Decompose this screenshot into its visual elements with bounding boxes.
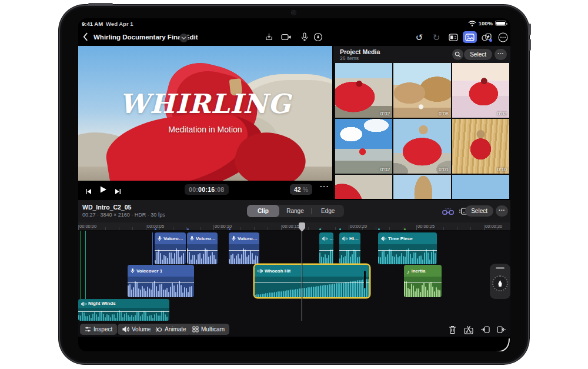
effects-button[interactable] xyxy=(479,31,493,43)
timeline-clip[interactable]: Voiceover 3 xyxy=(229,232,259,264)
edit-mode-edge[interactable]: Edge xyxy=(312,205,344,217)
inspector-panel-button[interactable] xyxy=(446,31,460,43)
timeline-clip[interactable]: Voiceover 1 xyxy=(128,265,194,297)
zoom-unit: % xyxy=(303,186,308,193)
multicam-label: Multicam xyxy=(201,326,225,333)
project-title-menu-button[interactable] xyxy=(179,34,188,42)
volume-line[interactable] xyxy=(128,282,194,283)
media-select-button[interactable]: Select xyxy=(464,49,492,60)
media-more-button[interactable]: ··· xyxy=(495,49,507,60)
clip-label: Night Winds xyxy=(88,301,116,306)
media-thumbnail[interactable]: 0:10 xyxy=(452,119,509,174)
clip-waveform-area xyxy=(404,277,442,297)
volume-line[interactable] xyxy=(187,250,218,251)
media-thumbnail[interactable] xyxy=(335,175,392,199)
clip-waveform-area xyxy=(255,277,369,297)
trim-handle[interactable] xyxy=(364,271,366,288)
clip-label: Voiceover 2 xyxy=(196,236,218,241)
animate-button[interactable]: Animate xyxy=(151,324,191,335)
magic-glasses-icon xyxy=(442,207,454,216)
draw-button[interactable] xyxy=(311,31,325,43)
split-clip-button[interactable] xyxy=(462,324,475,335)
record-video-button[interactable] xyxy=(279,31,293,43)
ipad-device-frame: 9:41 AMWed Apr 1 100% Whirling Documenta… xyxy=(59,5,529,364)
timeline-clip[interactable]: Whoosh Hit xyxy=(255,265,369,297)
ruler-timecode-label: 00:00:20 xyxy=(350,224,367,229)
volume-line[interactable] xyxy=(319,250,333,251)
timeline-select-button[interactable]: Select xyxy=(465,205,493,217)
toolbar-more-button[interactable] xyxy=(496,31,510,43)
timeline-tracks[interactable]: Voiceover 2Voiceover 2Voiceover 3…High…T… xyxy=(78,231,510,323)
audio-waveform xyxy=(187,244,218,264)
volume-line[interactable] xyxy=(155,250,186,251)
multicam-button[interactable]: Multicam xyxy=(188,324,229,335)
inspect-button[interactable]: Inspect xyxy=(80,324,117,335)
insert-clip-icon xyxy=(480,325,490,334)
media-grid: 0:02 0:08 0:02 0:02 0:01 0:10 xyxy=(335,63,509,199)
volume-line[interactable] xyxy=(255,282,369,283)
clip-waveform-area xyxy=(378,244,437,264)
record-voiceover-button[interactable] xyxy=(298,31,312,43)
timeline-clip[interactable]: ♪Inertia xyxy=(404,265,442,297)
timecode-display[interactable]: 00:00:16:08 xyxy=(185,184,229,195)
viewer-more-button[interactable]: ··· xyxy=(320,182,329,191)
undo-button[interactable]: ↺ xyxy=(412,31,426,43)
skip-forward-icon xyxy=(115,188,121,195)
clip-label: Whoosh Hit xyxy=(265,268,290,274)
media-thumbnail[interactable]: 0:02 xyxy=(335,119,392,174)
clip-waveform-area xyxy=(128,277,194,297)
timeline-clip[interactable]: Night Winds xyxy=(78,299,169,321)
skip-to-end-button[interactable] xyxy=(115,187,121,197)
media-thumbnail[interactable] xyxy=(452,175,509,199)
audio-waveform xyxy=(319,244,333,264)
clip-waveform-area xyxy=(339,244,360,264)
timeline-ruler[interactable]: 00:00:00 00:00:05 00:00:10 00:00:15 00:0… xyxy=(78,222,510,231)
export-button[interactable] xyxy=(262,31,276,43)
redo-button[interactable]: ↻ xyxy=(429,31,443,43)
thumbnail-duration: 0:02 xyxy=(380,167,390,172)
clip-start-marker-dot xyxy=(155,228,156,230)
media-thumbnail[interactable]: 0:02 xyxy=(452,63,509,118)
media-search-button[interactable] xyxy=(452,49,463,60)
jog-wheel-handle[interactable] xyxy=(496,267,505,269)
timeline-clip[interactable]: Voiceover 2 xyxy=(187,232,218,264)
timeline-clip[interactable]: Time Piece xyxy=(378,232,437,264)
media-thumbnail[interactable]: 0:02 xyxy=(335,63,392,118)
thumbnail-duration: 0:08 xyxy=(439,111,449,117)
enhance-tools-button[interactable] xyxy=(441,205,455,217)
edit-mode-clip[interactable]: Clip xyxy=(247,205,279,217)
volume-line[interactable] xyxy=(339,250,360,251)
media-panel-title: Project Media xyxy=(340,48,380,55)
media-thumbnail[interactable] xyxy=(393,175,450,199)
clip-header: High… xyxy=(339,232,360,244)
volume-line[interactable] xyxy=(378,250,437,251)
volume-line[interactable] xyxy=(229,250,259,251)
back-button[interactable] xyxy=(83,32,88,44)
timeline-clip[interactable]: … xyxy=(319,232,333,264)
clip-header: Voiceover 2 xyxy=(187,232,218,244)
audio-waveform xyxy=(255,277,369,297)
viewer-zoom-control[interactable]: 42% xyxy=(290,184,312,195)
audio-waveform xyxy=(78,308,169,321)
battery-percent: 100% xyxy=(479,20,493,26)
timeline-clip[interactable]: Voiceover 2 xyxy=(155,232,186,264)
mic-icon xyxy=(131,265,135,276)
play-button[interactable] xyxy=(99,185,107,196)
timeline-more-button[interactable]: ··· xyxy=(496,205,508,217)
audio-waveform xyxy=(339,244,360,264)
volume-down-button xyxy=(529,39,531,51)
media-thumbnail[interactable]: 0:08 xyxy=(393,63,450,118)
jog-wheel[interactable] xyxy=(490,264,510,299)
volume-line[interactable] xyxy=(78,311,169,312)
video-viewer[interactable]: WHIRLING Meditation in Motion xyxy=(78,46,332,181)
insert-clip-button[interactable] xyxy=(479,324,492,335)
timeline-clip[interactable]: High… xyxy=(339,232,360,264)
status-bar: 9:41 AMWed Apr 1 100% xyxy=(78,18,510,28)
edit-mode-range[interactable]: Range xyxy=(279,205,312,217)
media-browser-button[interactable] xyxy=(463,31,477,43)
skip-to-start-button[interactable] xyxy=(85,187,92,197)
overwrite-clip-button[interactable] xyxy=(495,324,508,335)
media-thumbnail[interactable]: 0:01 xyxy=(393,119,450,174)
volume-line[interactable] xyxy=(404,282,442,283)
delete-clip-button[interactable] xyxy=(446,324,459,335)
